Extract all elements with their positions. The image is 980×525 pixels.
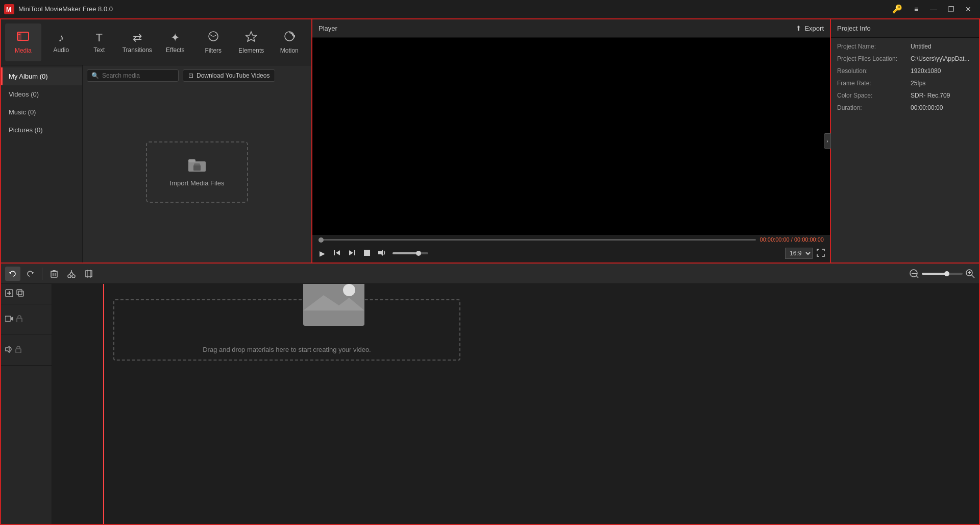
add-track-button[interactable] <box>5 289 13 299</box>
menu-button[interactable]: ≡ <box>909 3 924 15</box>
export-label: Export <box>804 25 824 32</box>
color-space-row: Color Space: SDR- Rec.709 <box>837 92 973 99</box>
sidebar-item-videos[interactable]: Videos (0) <box>1 85 82 103</box>
download-youtube-button[interactable]: ⊡ Download YouTube Videos <box>183 69 275 82</box>
video-track-lock-icon[interactable] <box>16 315 22 324</box>
undo-button[interactable] <box>5 267 20 281</box>
toolbar-separator-1 <box>42 268 42 280</box>
svg-rect-16 <box>354 250 355 255</box>
timeline-tracks-sidebar <box>1 284 52 524</box>
zoom-out-icon <box>910 269 919 278</box>
sidebar-item-pictures[interactable]: Pictures (0) <box>1 121 82 139</box>
timeline-zoom <box>910 269 975 278</box>
duration-value: 00:00:00:00 <box>911 104 943 111</box>
crop-button[interactable] <box>81 267 96 281</box>
toolbar-media[interactable]: Media <box>5 23 41 61</box>
cut-button[interactable] <box>64 267 79 281</box>
svg-marker-13 <box>336 250 340 255</box>
toolbar-motion[interactable]: Motion <box>272 23 308 61</box>
frame-rate-label: Frame Rate: <box>837 80 909 87</box>
sidebar-item-music[interactable]: Music (0) <box>1 103 82 121</box>
toolbar-filters[interactable]: Filters <box>195 23 232 61</box>
svg-line-29 <box>71 272 74 275</box>
svg-rect-3 <box>17 32 21 40</box>
close-button[interactable]: ✕ <box>961 3 976 15</box>
delete-button[interactable] <box>46 267 62 281</box>
video-track-row <box>1 304 52 335</box>
svg-rect-31 <box>86 271 92 277</box>
volume-slider[interactable] <box>393 252 428 254</box>
redo-button[interactable] <box>22 267 38 281</box>
player-panel: Player ⬆ Export 00:00:00:00 / 00:00:00:0… <box>312 19 831 262</box>
prev-button[interactable] <box>331 248 342 259</box>
svg-rect-17 <box>364 250 370 256</box>
project-name-value: Untitled <box>911 43 932 50</box>
timeline-main[interactable]: Drag and drop materials here to start cr… <box>52 284 979 524</box>
frame-rate-value: 25fps <box>911 80 925 87</box>
zoom-slider[interactable] <box>922 273 963 275</box>
project-files-row: Project Files Location: C:\Users\yy\AppD… <box>837 55 973 62</box>
title-bar-right: 🔑 ≡ — ❐ ✕ <box>892 3 976 15</box>
copy-track-button[interactable] <box>16 289 24 299</box>
volume-button[interactable] <box>376 248 388 259</box>
title-bar: M MiniTool MovieMaker Free 8.0.0 🔑 ≡ — ❐… <box>0 0 980 18</box>
audio-icon: ♪ <box>58 31 64 44</box>
toolbar-filters-label: Filters <box>205 47 222 54</box>
media-icon <box>17 31 29 45</box>
audio-track-row <box>1 335 52 366</box>
project-name-row: Project Name: Untitled <box>837 43 973 50</box>
player-timebar: 00:00:00:00 / 00:00:00:00 <box>312 235 830 244</box>
play-button[interactable]: ▶ <box>317 248 327 258</box>
stop-button[interactable] <box>362 248 372 258</box>
svg-marker-15 <box>349 250 353 255</box>
audio-track-lock-icon[interactable] <box>15 346 21 354</box>
svg-rect-34 <box>912 273 917 274</box>
player-label: Player <box>318 25 337 32</box>
project-files-label: Project Files Location: <box>837 55 909 62</box>
import-media-box[interactable]: Import Media Files <box>146 141 248 203</box>
volume-handle[interactable] <box>416 251 421 256</box>
toolbar-audio-label: Audio <box>53 46 69 54</box>
export-button[interactable]: ⬆ Export <box>796 25 824 32</box>
color-space-value: SDR- Rec.709 <box>911 92 950 99</box>
zoom-handle[interactable] <box>944 271 949 276</box>
zoom-in-icon <box>966 269 975 278</box>
toolbar-text-label: Text <box>93 46 105 54</box>
transitions-icon: ⇄ <box>133 31 142 44</box>
svg-point-27 <box>72 275 75 278</box>
sidebar-item-my-album[interactable]: My Album (0) <box>1 67 82 85</box>
zoom-fill <box>922 273 946 275</box>
player-controls: ▶ 16:9 <box>312 244 830 262</box>
toolbar-effects[interactable]: ✦ Effects <box>157 23 193 61</box>
import-area: Import Media Files <box>87 86 307 258</box>
fullscreen-button[interactable] <box>817 249 825 258</box>
next-button[interactable] <box>347 248 358 259</box>
collapse-panel-button[interactable]: › <box>824 133 831 149</box>
timeline-drop-zone[interactable]: Drag and drop materials here to start cr… <box>113 299 460 361</box>
project-info-header: Project Info <box>831 19 979 38</box>
timeline-panel: Drag and drop materials here to start cr… <box>0 264 980 525</box>
toolbar-transitions-label: Transitions <box>122 46 152 54</box>
time-slider-handle[interactable] <box>318 237 324 243</box>
key-icon[interactable]: 🔑 <box>892 4 902 14</box>
toolbar-effects-label: Effects <box>166 46 184 54</box>
project-name-label: Project Name: <box>837 43 909 50</box>
duration-row: Duration: 00:00:00:00 <box>837 104 973 111</box>
tracks-top <box>1 284 52 304</box>
time-slider[interactable] <box>318 239 756 241</box>
svg-line-28 <box>69 272 71 275</box>
toolbar-text[interactable]: T Text <box>81 23 117 61</box>
svg-rect-48 <box>17 318 22 322</box>
minimize-button[interactable]: — <box>926 3 941 15</box>
import-label: Import Media Files <box>170 179 225 187</box>
aspect-ratio-select[interactable]: 16:9 <box>785 248 813 259</box>
media-sidebar: My Album (0) Videos (0) Music (0) Pictur… <box>1 65 83 262</box>
toolbar-elements[interactable]: Elements <box>233 23 270 61</box>
toolbar-audio[interactable]: ♪ Audio <box>43 23 80 61</box>
svg-rect-11 <box>193 165 201 171</box>
resolution-label: Resolution: <box>837 67 909 75</box>
svg-marker-19 <box>9 272 11 274</box>
search-input[interactable] <box>102 72 174 79</box>
toolbar-transitions[interactable]: ⇄ Transitions <box>119 23 156 61</box>
restore-button[interactable]: ❐ <box>943 3 959 15</box>
